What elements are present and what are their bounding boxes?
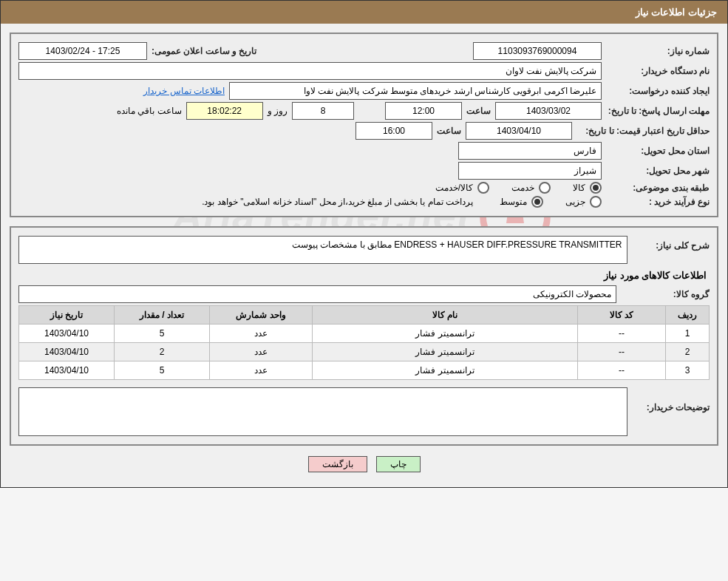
label-buyer-notes: توضیحات خریدار:: [632, 387, 710, 412]
label-medium: متوسط: [500, 197, 527, 207]
price-valid-date-value: 1403/04/10: [466, 122, 572, 140]
province-value: فارس: [458, 142, 602, 160]
label-city: شهر محل تحویل:: [606, 166, 710, 176]
buyer-contact-link[interactable]: اطلاعات تماس خریدار: [143, 86, 225, 96]
print-button[interactable]: چاپ: [376, 456, 421, 472]
buyer-org-value: شرکت پالایش نفت لاوان: [18, 62, 602, 80]
answer-date-value: 1403/03/02: [495, 102, 602, 120]
city-value: شیراز: [458, 162, 602, 180]
items-section: شرح کلی نیاز: اطلاعات کالاهای مورد نیاز …: [10, 226, 718, 446]
label-purchase-type: نوع فرآیند خرید :: [606, 197, 710, 207]
time-left-value: 18:02:22: [186, 102, 263, 120]
table-row: 2 -- ترانسمیتر فشار عدد 2 1403/04/10: [19, 343, 710, 361]
table-row: 1 -- ترانسمیتر فشار عدد 5 1403/04/10: [19, 325, 710, 343]
th-date: تاریخ نیاز: [19, 306, 115, 325]
page-title: جزئیات اطلاعات نیاز: [636, 7, 717, 18]
page-title-bar: جزئیات اطلاعات نیاز: [1, 1, 727, 24]
label-remaining: ساعت باقي مانده: [117, 106, 182, 116]
need-desc-textarea: [18, 236, 627, 264]
announce-date-value: 1403/02/24 - 17:25: [18, 42, 147, 60]
label-service: خدمت: [511, 183, 534, 193]
requester-value: علیرضا اکرمی ابرقویی کارشناس ارشد خریدها…: [229, 82, 602, 100]
days-left-value: 8: [292, 102, 354, 120]
radio-goods[interactable]: [590, 182, 602, 194]
label-buyer-org: نام دستگاه خریدار:: [606, 66, 710, 76]
label-hour-2: ساعت: [437, 126, 461, 136]
radio-goods-service[interactable]: [477, 182, 489, 194]
th-name: نام کالا: [313, 306, 578, 325]
label-requester: ایجاد کننده درخواست:: [606, 86, 710, 96]
goods-group-value: محصولات الکترونیکی: [18, 285, 616, 303]
label-goods: کالا: [573, 183, 585, 193]
label-need-desc: شرح کلی نیاز:: [632, 236, 710, 251]
label-price-validity: حداقل تاریخ اعتبار قیمت: تا تاریخ:: [576, 126, 710, 136]
radio-service[interactable]: [539, 182, 551, 194]
button-row: چاپ بازگشت: [1, 456, 727, 472]
label-partial: جزیی: [565, 197, 585, 207]
th-row: ردیف: [666, 306, 710, 325]
items-title: اطلاعات کالاهای مورد نیاز: [21, 270, 707, 281]
label-subject-class: طبقه بندی موضوعی:: [606, 183, 710, 193]
label-announce-date: تاریخ و ساعت اعلان عمومی:: [152, 46, 256, 56]
label-days-and: روز و: [268, 106, 288, 116]
need-info-section: شماره نیاز: 1103093769000094 تاریخ و ساع…: [10, 33, 718, 217]
th-code: کد کالا: [578, 306, 666, 325]
label-goods-group: گروه کالا:: [621, 289, 710, 299]
radio-medium[interactable]: [531, 196, 543, 208]
need-no-value: 1103093769000094: [473, 42, 602, 60]
label-province: استان محل تحویل:: [606, 146, 710, 156]
items-table: ردیف کد کالا نام کالا واحد شمارش تعداد /…: [18, 305, 710, 380]
th-qty: تعداد / مقدار: [115, 306, 210, 325]
th-unit: واحد شمارش: [210, 306, 313, 325]
label-answer-deadline: مهلت ارسال پاسخ: تا تاریخ:: [606, 106, 710, 116]
payment-note: پرداخت تمام یا بخشی از مبلغ خرید،از محل …: [202, 197, 473, 207]
radio-partial[interactable]: [590, 196, 602, 208]
price-valid-time-value: 16:00: [356, 122, 432, 140]
buyer-notes-textarea: [18, 387, 627, 436]
label-hour-1: ساعت: [466, 106, 491, 116]
answer-time-value: 12:00: [385, 102, 462, 120]
label-goods-service: کالا/خدمت: [435, 183, 473, 193]
back-button[interactable]: بازگشت: [308, 456, 367, 472]
table-row: 3 -- ترانسمیتر فشار عدد 5 1403/04/10: [19, 361, 710, 380]
label-need-no: شماره نیاز:: [606, 46, 710, 56]
